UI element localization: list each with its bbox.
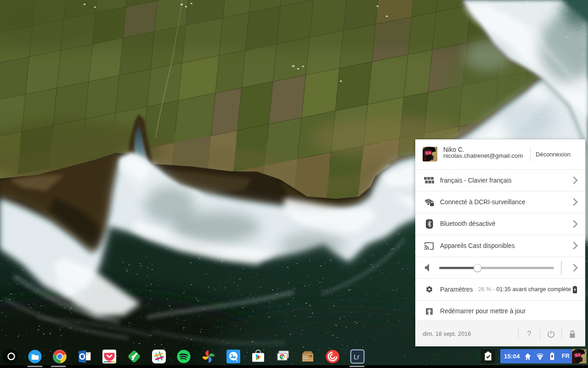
svg-text:Lr: Lr	[354, 353, 360, 361]
